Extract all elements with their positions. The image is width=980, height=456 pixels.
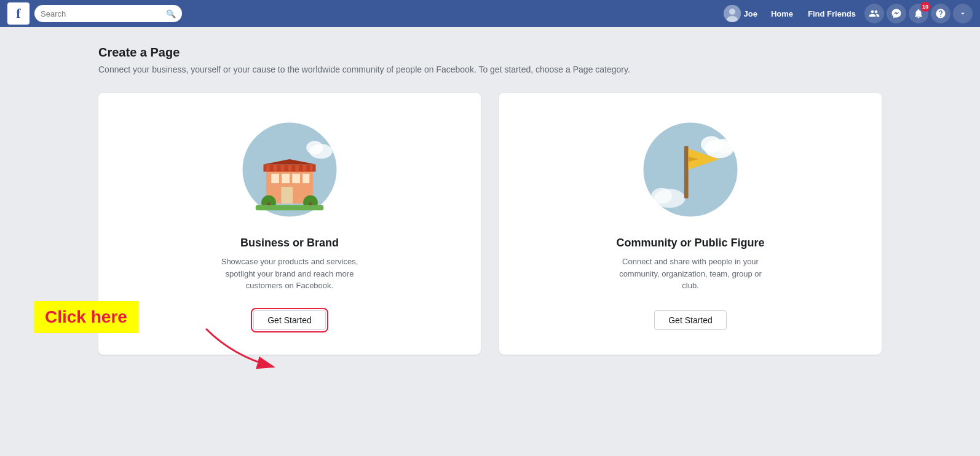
svg-rect-32: [684, 146, 689, 199]
svg-rect-8: [282, 174, 290, 183]
community-card-title: Community or Public Figure: [616, 237, 764, 250]
notification-badge: 10: [920, 2, 930, 12]
business-card: Business or Brand Showcase your products…: [98, 93, 481, 355]
svg-rect-19: [310, 165, 312, 172]
search-bar[interactable]: 🔍: [34, 5, 182, 22]
page-title: Create a Page: [98, 45, 882, 60]
navbar-left: f 🔍: [7, 2, 182, 25]
business-get-started-button[interactable]: Get Started: [253, 310, 326, 330]
svg-point-1: [729, 9, 735, 15]
nav-user-name: Joe: [743, 9, 757, 18]
business-card-title: Business or Brand: [240, 237, 339, 250]
search-input[interactable]: [41, 9, 162, 18]
facebook-logo: f: [7, 2, 30, 25]
svg-rect-17: [295, 165, 299, 172]
nav-user-profile[interactable]: Joe: [719, 2, 762, 25]
svg-rect-11: [281, 187, 293, 203]
business-illustration: [237, 117, 342, 222]
svg-rect-7: [271, 174, 279, 183]
navbar: f 🔍 Joe Home Find Friends: [0, 0, 980, 27]
svg-point-31: [651, 188, 672, 204]
nav-notifications-icon-btn[interactable]: 10: [909, 4, 928, 23]
svg-rect-13: [266, 165, 270, 172]
page-subtitle: Connect your business, yourself or your …: [98, 65, 882, 74]
svg-rect-18: [302, 165, 306, 172]
svg-rect-16: [288, 165, 291, 172]
svg-rect-10: [302, 174, 309, 183]
svg-rect-9: [292, 174, 300, 183]
nav-find-friends-link[interactable]: Find Friends: [802, 7, 862, 21]
nav-help-icon-btn[interactable]: [931, 4, 950, 23]
nav-home-link[interactable]: Home: [765, 7, 799, 21]
nav-dropdown-icon-btn[interactable]: [953, 4, 973, 23]
svg-rect-25: [256, 205, 324, 211]
svg-rect-14: [274, 165, 277, 172]
svg-rect-15: [281, 165, 285, 172]
avatar: [724, 5, 741, 22]
nav-friends-icon-btn[interactable]: [864, 4, 884, 23]
community-card: Community or Public Figure Connect and s…: [499, 93, 882, 355]
community-illustration: [638, 117, 743, 222]
business-card-desc: Showcase your products and services, spo…: [210, 256, 369, 292]
main-content: Create a Page Connect your business, you…: [0, 27, 980, 373]
nav-messenger-icon-btn[interactable]: [887, 4, 906, 23]
community-get-started-button[interactable]: Get Started: [654, 310, 727, 330]
svg-point-5: [306, 141, 323, 154]
search-icon: 🔍: [166, 9, 176, 18]
community-card-desc: Connect and share with people in your co…: [611, 256, 770, 292]
cards-row: Business or Brand Showcase your products…: [98, 93, 882, 355]
svg-point-29: [715, 139, 734, 154]
navbar-right: Joe Home Find Friends 10: [719, 2, 973, 25]
